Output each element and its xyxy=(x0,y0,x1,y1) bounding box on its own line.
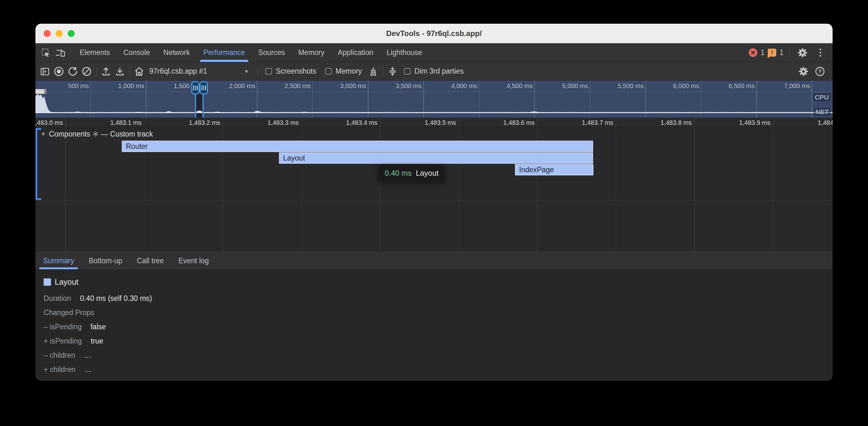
track-title: Components ⚛ — Custom track xyxy=(49,130,153,138)
selection-left-handle[interactable] xyxy=(191,81,199,95)
summary-row-value: true xyxy=(91,337,103,346)
panel-tab[interactable]: Elements xyxy=(73,43,117,62)
main-tab-bar: ElementsConsoleNetworkPerformanceSources… xyxy=(35,43,833,62)
history-dropdown[interactable]: 97r6ql.csb.app #1 ▼ xyxy=(149,67,254,75)
more-options-button[interactable] xyxy=(813,45,828,60)
settings-button[interactable] xyxy=(795,45,810,60)
summary-row-value: … xyxy=(84,351,91,360)
tooltip-event-name: Layout xyxy=(416,169,438,177)
checkbox-icon xyxy=(266,68,272,74)
summary-row-value: … xyxy=(84,365,91,374)
overview-tick-label: 3,000 ms xyxy=(313,80,368,92)
overview-tick-label: 5,500 ms xyxy=(590,80,646,92)
record-button[interactable] xyxy=(52,64,66,78)
selection-right-handle[interactable] xyxy=(199,81,208,95)
error-badge-icon[interactable] xyxy=(749,48,757,57)
ruler-tick-label: 1,483.0 ms xyxy=(35,118,65,128)
ruler-tick-label: 1,484.0 ms xyxy=(773,118,833,128)
svg-text:?: ? xyxy=(818,69,822,74)
help-button[interactable]: ? xyxy=(813,64,827,78)
collect-garbage-button[interactable] xyxy=(366,64,380,78)
track-selection-bracket xyxy=(35,128,37,200)
timeline-overview[interactable]: 500 ms1,000 ms1,500 ms2,000 ms2,500 ms3,… xyxy=(35,80,833,118)
summary-row-label: Changed Props xyxy=(44,308,94,317)
summary-row: + children … xyxy=(44,365,824,380)
summary-row: Duration 0.40 ms (self 0.30 ms) xyxy=(44,294,824,308)
flamechart-time-ruler[interactable]: 1,483.0 ms1,483.1 ms1,483.2 ms1,483.3 ms… xyxy=(35,118,833,128)
overview-tick-label: 7,000 ms xyxy=(757,80,812,92)
tooltip-duration: 0.40 ms xyxy=(385,169,411,177)
separator xyxy=(129,67,130,76)
warning-count: 1 xyxy=(779,48,783,57)
detail-tab[interactable]: Summary xyxy=(39,252,78,269)
summary-row: + isPending true xyxy=(44,337,824,351)
upload-icon xyxy=(101,66,111,76)
clear-button[interactable] xyxy=(80,64,94,78)
window-title: DevTools - 97r6ql.csb.app/ xyxy=(35,29,833,38)
overview-tick-labels: 500 ms1,000 ms1,500 ms2,000 ms2,500 ms3,… xyxy=(35,80,833,92)
components-track-header[interactable]: ▼ Components ⚛ — Custom track xyxy=(40,130,153,138)
separator xyxy=(789,48,789,58)
overview-tick-label: 2,500 ms xyxy=(257,80,313,92)
panel-tab[interactable]: Memory xyxy=(292,43,331,62)
home-button[interactable] xyxy=(132,64,146,78)
panel-tab[interactable]: Network xyxy=(157,43,196,62)
history-dropdown-label: 97r6ql.csb.app #1 xyxy=(149,67,207,75)
checkbox-icon xyxy=(325,68,332,74)
panel-tab[interactable]: Application xyxy=(331,43,380,62)
screenshots-checkbox[interactable]: Screenshots xyxy=(266,67,316,75)
flamechart-area[interactable]: ▼ Components ⚛ — Custom track Router Lay… xyxy=(35,128,833,252)
summary-row: – isPending false xyxy=(44,323,824,337)
ruler-tick-label: 1,483.7 ms xyxy=(537,118,616,128)
ruler-tick-label: 1,483.8 ms xyxy=(616,118,695,128)
detail-tab[interactable]: Call tree xyxy=(133,252,168,269)
detail-tab[interactable]: Event log xyxy=(175,252,213,269)
panel-tabs: ElementsConsoleNetworkPerformanceSources… xyxy=(73,43,429,62)
chevron-down-icon: ▼ xyxy=(244,69,249,74)
error-count: 1 xyxy=(761,48,765,57)
home-icon xyxy=(134,66,145,77)
toggle-sidebar-button[interactable] xyxy=(38,64,52,78)
track-bottom-divider xyxy=(35,200,833,200)
event-tooltip: 0.40 ms Layout xyxy=(378,165,445,182)
net-track-label: NET xyxy=(814,108,831,116)
overview-tick-label: 6,500 ms xyxy=(701,80,757,92)
summary-row-value: 0.40 ms (self 0.30 ms) xyxy=(80,294,152,303)
download-icon xyxy=(115,66,125,76)
flame-bar-indexpage[interactable]: IndexPage xyxy=(515,164,593,175)
dim-3rd-parties-checkbox[interactable]: Dim 3rd parties xyxy=(404,67,464,75)
panel-tab[interactable]: Sources xyxy=(251,43,291,62)
shortcuts-dialog-button[interactable] xyxy=(385,64,400,78)
record-and-reload-button[interactable] xyxy=(66,64,80,78)
overview-tick-label: 2,000 ms xyxy=(202,80,257,92)
detail-tab-bar: SummaryBottom-upCall treeEvent log xyxy=(35,252,833,269)
flame-bar-layout[interactable]: Layout xyxy=(279,152,593,164)
flame-bar-router[interactable]: Router xyxy=(122,141,593,152)
ruler-tick-label: 1,483.3 ms xyxy=(223,118,302,128)
cpu-track-label: CPU xyxy=(813,93,831,101)
checkbox-icon xyxy=(404,68,411,74)
memory-checkbox[interactable]: Memory xyxy=(325,67,362,75)
overview-tick-label: 3,500 ms xyxy=(369,80,424,92)
warning-badge-icon[interactable]: ! xyxy=(768,49,776,57)
panel-tab[interactable]: Lighthouse xyxy=(380,43,429,62)
summary-row-label: + children xyxy=(44,365,75,374)
summary-row-label: – children xyxy=(44,351,75,360)
gear-icon xyxy=(797,47,808,58)
load-profile-button[interactable] xyxy=(99,64,113,78)
record-icon xyxy=(54,66,64,77)
separator xyxy=(70,48,70,58)
summary-pane: Layout Duration 0.40 ms (self 0.30 ms) C… xyxy=(35,269,833,381)
collapse-vertical-icon xyxy=(388,66,398,76)
save-profile-button[interactable] xyxy=(113,64,127,78)
capture-settings-button[interactable] xyxy=(797,64,810,78)
detail-tab[interactable]: Bottom-up xyxy=(85,252,126,269)
device-toolbar-icon xyxy=(55,48,66,58)
device-toolbar-button[interactable] xyxy=(53,45,68,60)
disclosure-triangle-icon[interactable]: ▼ xyxy=(40,131,46,137)
panel-tab[interactable]: Performance xyxy=(197,43,252,62)
summary-title: Layout xyxy=(55,277,79,287)
panel-tab[interactable]: Console xyxy=(117,43,157,62)
ruler-tick-label: 1,483.5 ms xyxy=(380,118,459,128)
inspect-element-button[interactable] xyxy=(39,45,53,60)
